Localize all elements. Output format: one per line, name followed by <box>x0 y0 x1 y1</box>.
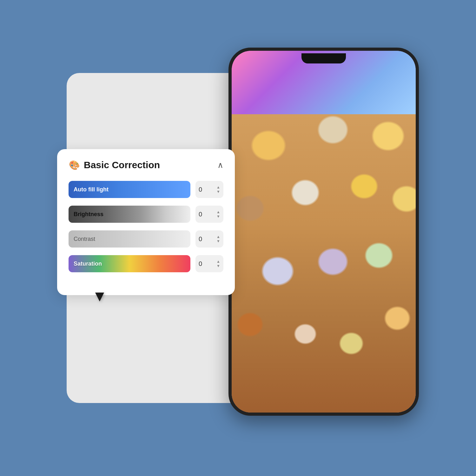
phone-notch <box>301 53 346 63</box>
brightness-value: 0 <box>199 211 202 218</box>
contrast-down[interactable]: ▼ <box>216 239 220 243</box>
brightness-spinner[interactable]: 0 ▲ ▼ <box>195 206 223 223</box>
contrast-row: Contrast 0 ▲ ▼ <box>69 230 223 248</box>
brightness-arrows[interactable]: ▲ ▼ <box>216 210 220 218</box>
phone-mockup <box>228 48 419 416</box>
saturation-down[interactable]: ▼ <box>216 264 220 268</box>
scene-container: 🎨 Basic Correction ∧ Auto fill light 0 ▲… <box>48 48 428 428</box>
correction-panel: 🎨 Basic Correction ∧ Auto fill light 0 ▲… <box>57 149 235 295</box>
contrast-spinner[interactable]: 0 ▲ ▼ <box>195 230 223 248</box>
auto-fill-light-value: 0 <box>199 186 202 193</box>
contrast-value: 0 <box>199 235 202 243</box>
contrast-track[interactable]: Contrast <box>69 230 190 248</box>
ice-cream-image <box>232 98 416 413</box>
panel-header: 🎨 Basic Correction ∧ <box>69 159 223 171</box>
contrast-up[interactable]: ▲ <box>216 235 220 239</box>
brightness-track[interactable]: Brightness <box>69 206 190 223</box>
auto-fill-light-track[interactable]: Auto fill light <box>69 181 190 198</box>
brightness-down[interactable]: ▼ <box>216 215 220 218</box>
correction-icon: 🎨 <box>69 159 80 171</box>
saturation-up[interactable]: ▲ <box>216 260 220 263</box>
panel-title: Basic Correction <box>84 160 160 170</box>
auto-fill-light-row: Auto fill light 0 ▲ ▼ <box>69 181 223 198</box>
phone-ice-cream-area <box>232 98 416 413</box>
auto-fill-light-label: Auto fill light <box>74 186 109 193</box>
panel-title-group: 🎨 Basic Correction <box>69 159 160 171</box>
auto-fill-light-down[interactable]: ▼ <box>216 190 220 194</box>
contrast-label: Contrast <box>74 236 95 242</box>
saturation-label: Saturation <box>74 261 102 267</box>
brightness-up[interactable]: ▲ <box>216 210 220 214</box>
saturation-value: 0 <box>199 260 202 268</box>
saturation-track[interactable]: Saturation <box>69 255 190 272</box>
auto-fill-light-up[interactable]: ▲ <box>216 185 220 189</box>
saturation-arrows[interactable]: ▲ ▼ <box>216 260 220 268</box>
brightness-label: Brightness <box>74 211 103 218</box>
auto-fill-light-arrows[interactable]: ▲ ▼ <box>216 185 220 194</box>
saturation-row: Saturation 0 ▲ ▼ <box>69 255 223 272</box>
phone-screen <box>232 51 416 413</box>
panel-collapse-button[interactable]: ∧ <box>217 160 223 170</box>
brightness-row: Brightness 0 ▲ ▼ <box>69 206 223 223</box>
contrast-arrows[interactable]: ▲ ▼ <box>216 235 220 243</box>
saturation-spinner[interactable]: 0 ▲ ▼ <box>195 255 223 272</box>
cursor-pointer <box>95 293 104 301</box>
auto-fill-light-spinner[interactable]: 0 ▲ ▼ <box>195 181 223 198</box>
